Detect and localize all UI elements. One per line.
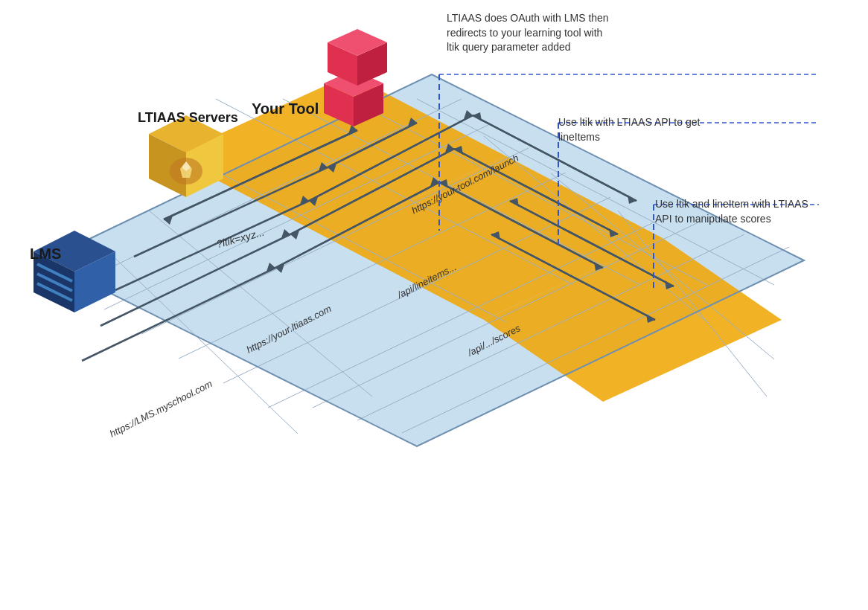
main-diagram [0, 0, 868, 610]
diagram-container: Your Tool LTIAAS Servers LMS LTIAAS does… [0, 0, 868, 610]
